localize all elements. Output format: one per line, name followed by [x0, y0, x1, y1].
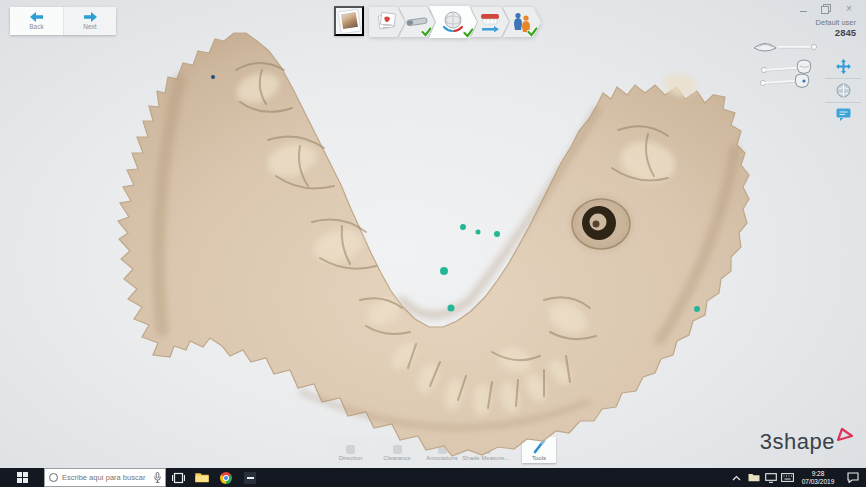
start-button[interactable]	[0, 468, 44, 487]
jaw-3d-model[interactable]	[0, 0, 866, 468]
order-form-icon	[376, 12, 398, 32]
file-explorer-button[interactable]	[190, 468, 214, 487]
user-info: Default user 2845	[816, 18, 856, 38]
system-tray: 9:28 07/03/2019	[728, 468, 866, 487]
chrome-icon	[220, 472, 232, 484]
taskbar-apps	[166, 468, 262, 487]
logo-text: 3shape	[760, 429, 835, 455]
minimize-icon[interactable]	[798, 4, 808, 14]
comment-tool-button[interactable]	[824, 103, 862, 126]
jaw-arch-mesh	[118, 33, 749, 456]
taskbar-search[interactable]	[44, 468, 166, 487]
user-id: 2845	[816, 27, 856, 38]
action-center-button[interactable]	[840, 468, 866, 487]
action-center-icon	[847, 472, 859, 483]
scan-app-button[interactable]	[238, 468, 262, 487]
occlusion-teeth-icon	[478, 12, 502, 32]
tray-folder-button[interactable]	[745, 468, 762, 487]
restore-icon[interactable]	[821, 4, 831, 14]
shade-measure-button[interactable]: Shade Measure...	[464, 437, 508, 463]
next-arrow-icon	[83, 12, 97, 22]
chevron-up-icon	[732, 475, 741, 481]
task-view-icon	[172, 472, 185, 484]
scan-hole-markers	[211, 75, 700, 312]
move-arrows-icon	[836, 59, 851, 74]
upper-jaw-slider[interactable]	[754, 44, 817, 52]
viewport-tool-column	[824, 55, 862, 126]
check-icon	[527, 27, 538, 37]
display-icon	[765, 473, 777, 483]
bottom-toolbar: Direction Clearance Annotations Shade Me…	[329, 437, 556, 463]
3shape-triangle-icon	[836, 427, 854, 442]
patient-photo-icon	[338, 9, 360, 33]
step-order-form[interactable]	[369, 7, 405, 37]
back-arrow-icon	[30, 12, 44, 22]
user-name: Default user	[816, 18, 856, 27]
direction-button[interactable]: Direction	[329, 437, 372, 463]
wizard-nav: Back Next	[10, 7, 116, 35]
scan-app-icon	[244, 472, 256, 484]
microphone-icon[interactable]	[154, 472, 161, 483]
clock-date: 07/03/2019	[796, 478, 840, 486]
application-window: Direction Clearance Annotations Shade Me…	[0, 0, 866, 487]
tray-folder-icon	[748, 473, 760, 482]
search-input[interactable]	[62, 473, 150, 482]
annotations-icon	[438, 445, 447, 454]
direction-icon	[346, 445, 355, 454]
comment-bubble-icon	[836, 108, 851, 121]
bite-scan-slider[interactable]	[760, 74, 808, 88]
workflow-steps	[369, 6, 541, 38]
back-button[interactable]: Back	[10, 7, 63, 35]
implant-hole	[572, 199, 630, 249]
patient-photo-button[interactable]	[334, 6, 364, 36]
task-view-button[interactable]	[166, 468, 190, 487]
tray-keyboard-button[interactable]	[779, 468, 796, 487]
windows-taskbar: 9:28 07/03/2019	[0, 468, 866, 487]
clock-time: 9:28	[796, 470, 840, 478]
clearance-icon	[393, 445, 402, 454]
keyboard-icon	[781, 473, 794, 482]
scan-sphere-icon	[441, 10, 465, 34]
3shape-logo: 3shape	[760, 429, 854, 455]
orbit-tool-button[interactable]	[824, 79, 862, 102]
windows-logo-icon	[17, 472, 28, 483]
tray-chevron-button[interactable]	[728, 468, 745, 487]
taskbar-clock[interactable]: 9:28 07/03/2019	[796, 469, 840, 486]
clearance-button[interactable]: Clearance	[374, 437, 420, 463]
folder-icon	[195, 472, 209, 483]
next-button[interactable]: Next	[63, 7, 116, 35]
lower-jaw-slider[interactable]	[761, 60, 810, 74]
globe-icon	[836, 83, 851, 98]
tools-pen-icon	[532, 440, 546, 454]
step-scan-review[interactable]	[429, 6, 477, 38]
annotations-button[interactable]: Annotations	[422, 437, 462, 463]
chrome-button[interactable]	[214, 468, 238, 487]
tray-display-button[interactable]	[762, 468, 779, 487]
move-tool-button[interactable]	[824, 55, 862, 78]
close-icon[interactable]: ×	[844, 4, 854, 14]
tools-button[interactable]: Tools	[522, 437, 556, 463]
window-controls: ×	[798, 4, 854, 14]
cortana-icon	[49, 473, 58, 482]
shade-measure-icon	[482, 445, 491, 454]
scan-viewport[interactable]: Direction Clearance Annotations Shade Me…	[0, 0, 866, 468]
